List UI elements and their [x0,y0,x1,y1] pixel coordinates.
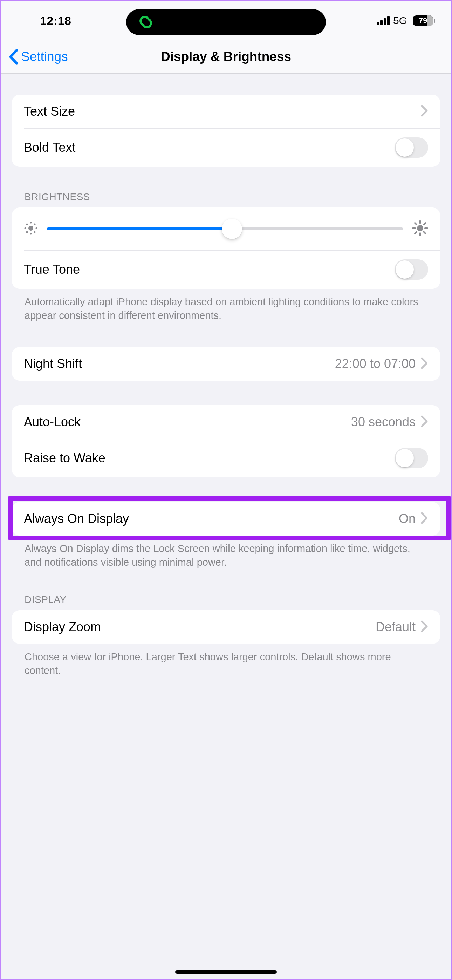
svg-point-7 [26,231,28,233]
svg-point-0 [29,226,33,231]
svg-point-3 [24,228,26,229]
chevron-left-icon [7,49,21,65]
auto-lock-row[interactable]: Auto-Lock 30 seconds [12,405,440,439]
svg-line-16 [423,223,425,225]
svg-point-1 [30,222,32,224]
svg-point-2 [30,233,32,235]
row-label: Text Size [24,104,420,119]
brightness-group: True Tone [12,207,440,289]
row-label: Auto-Lock [24,415,351,430]
svg-line-14 [415,223,417,225]
row-label: Bold Text [24,140,395,155]
row-value: On [399,511,415,526]
raise-to-wake-row: Raise to Wake [12,439,440,477]
svg-point-9 [417,225,423,231]
nav-header: Settings Display & Brightness [2,40,450,73]
chevron-right-icon [420,357,428,371]
true-tone-footer: Automatically adapt iPhone display based… [12,289,440,323]
display-header: Display [12,594,440,610]
always-on-display-row[interactable]: Always On Display On [12,502,440,536]
row-value: Default [376,620,415,635]
chevron-right-icon [420,105,428,118]
always-on-display-group: Always On Display On [12,502,440,536]
battery-icon: 79 [413,16,433,26]
night-shift-group: Night Shift 22:00 to 07:00 [12,347,440,381]
svg-line-17 [415,232,417,234]
brightness-header: Brightness [12,191,440,207]
row-value: 22:00 to 07:00 [335,356,415,371]
chevron-right-icon [420,415,428,429]
row-label: True Tone [24,262,395,277]
text-size-row[interactable]: Text Size [12,95,440,128]
chevron-right-icon [420,620,428,634]
display-zoom-row[interactable]: Display Zoom Default [12,610,440,644]
row-label: Display Zoom [24,620,376,635]
display-zoom-footer: Choose a view for iPhone. Larger Text sh… [12,644,440,678]
svg-point-6 [34,224,36,225]
brightness-slider[interactable] [47,228,403,230]
true-tone-toggle[interactable] [395,259,428,280]
link-icon [137,13,155,31]
raise-to-wake-toggle[interactable] [395,448,428,468]
dynamic-island[interactable] [126,9,326,35]
status-bar: 12:18 5G 79 [2,2,450,40]
row-label: Raise to Wake [24,451,395,466]
svg-point-8 [34,231,36,233]
row-label: Always On Display [24,511,399,526]
page-title: Display & Brightness [161,49,291,64]
cellular-signal-icon [377,16,390,25]
battery-level: 79 [419,16,427,25]
network-label: 5G [393,15,407,27]
true-tone-row: True Tone [12,250,440,289]
status-time: 12:18 [40,14,71,28]
svg-line-15 [423,232,425,234]
svg-point-4 [36,228,38,229]
status-right: 5G 79 [377,15,433,27]
always-on-display-footer: Always On Display dims the Lock Screen w… [12,536,440,569]
text-group: Text Size Bold Text [12,95,440,167]
back-button[interactable]: Settings [2,49,68,65]
display-zoom-group: Display Zoom Default [12,610,440,644]
night-shift-row[interactable]: Night Shift 22:00 to 07:00 [12,347,440,381]
lock-group: Auto-Lock 30 seconds Raise to Wake [12,405,440,477]
slider-thumb[interactable] [222,219,242,239]
sun-max-icon [412,220,428,238]
row-value: 30 seconds [351,415,415,430]
bold-text-row: Bold Text [12,128,440,167]
bold-text-toggle[interactable] [395,137,428,158]
sun-min-icon [24,221,38,237]
chevron-right-icon [420,512,428,526]
back-label: Settings [21,49,68,64]
row-label: Night Shift [24,356,335,371]
home-indicator[interactable] [175,970,277,974]
brightness-slider-row [12,207,440,250]
svg-point-5 [26,224,28,225]
